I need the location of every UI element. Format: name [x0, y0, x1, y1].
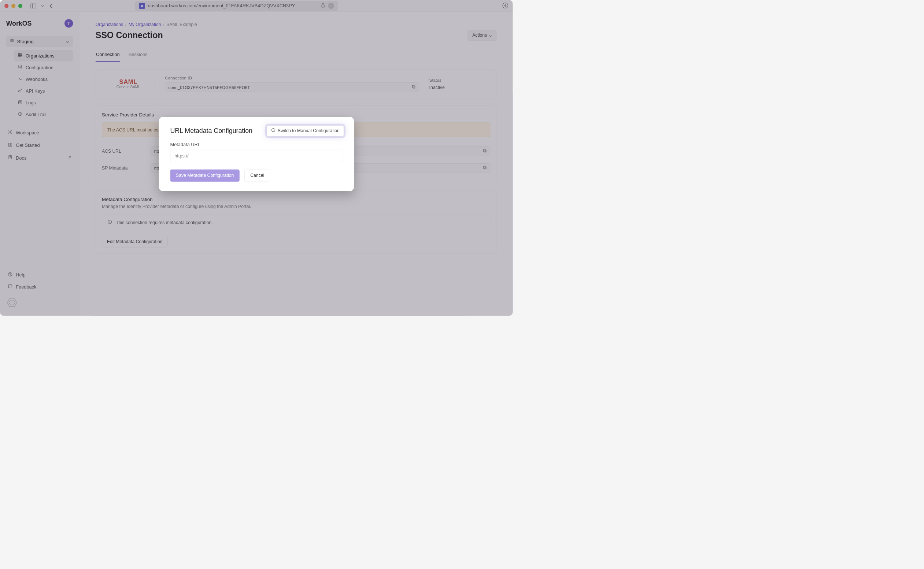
- save-metadata-button[interactable]: Save Metadata Configuration: [170, 169, 239, 182]
- url-metadata-modal: URL Metadata Configuration Switch to Man…: [159, 117, 354, 191]
- switch-label: Switch to Manual Configuration: [278, 128, 340, 133]
- modal-overlay[interactable]: URL Metadata Configuration Switch to Man…: [0, 0, 513, 316]
- modal-actions: Save Metadata Configuration Cancel: [170, 169, 343, 182]
- metadata-url-label: Metadata URL: [170, 142, 343, 147]
- switch-to-manual-button[interactable]: Switch to Manual Configuration: [266, 125, 344, 136]
- app-window: ◆ dashboard.workos.com/environment_01FAK…: [0, 0, 513, 316]
- cancel-button[interactable]: Cancel: [244, 169, 270, 182]
- metadata-url-input[interactable]: [170, 150, 343, 162]
- switch-icon: [271, 128, 275, 134]
